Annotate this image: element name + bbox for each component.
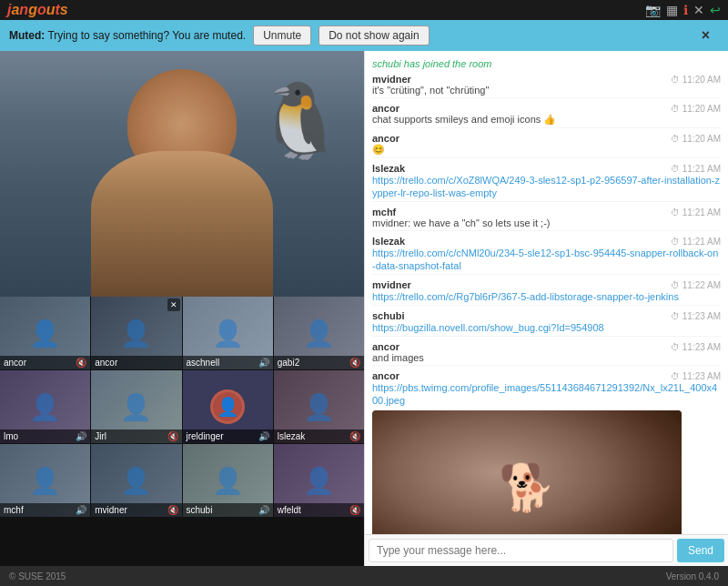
- pin-icon[interactable]: ✕: [693, 3, 704, 17]
- chat-input[interactable]: [369, 539, 673, 562]
- mute-icon-12: 🔇: [349, 505, 360, 515]
- chat-msg-9: ancor ⏱ 11:23 AM and images: [372, 339, 721, 366]
- thumb-label-ancor2: ancor: [91, 356, 181, 369]
- camera-icon[interactable]: 📷: [645, 3, 661, 17]
- thumb-wfeldt: 👤 wfeldt 🔇: [274, 444, 364, 517]
- mute-notification-bar: Muted: Trying to say something? You are …: [0, 20, 728, 51]
- thumb-ancor-1: 👤 ancor 🔇: [0, 297, 90, 369]
- grid-icon[interactable]: ▦: [666, 3, 678, 17]
- mute-icon-8: 🔇: [349, 431, 360, 441]
- unmute-button[interactable]: Unmute: [253, 25, 311, 45]
- thumb-aschnell: 👤 aschnell 🔊: [183, 297, 273, 369]
- thumb-lslezak: 👤 lslezak 🔇: [274, 370, 364, 443]
- unmute-icon-7: 🔊: [258, 431, 269, 441]
- thumb-ancor-2: 👤 ✕ ancor: [91, 297, 181, 369]
- exit-icon[interactable]: ↩: [710, 3, 721, 17]
- app-logo: jangouts: [7, 2, 68, 18]
- thumb-mvidner: 👤 mvidner 🔇: [91, 444, 181, 517]
- main-video: 🐧: [0, 51, 364, 297]
- penguin-decoration: 🐧: [255, 78, 346, 164]
- thumb-label-wfeldt: wfeldt 🔇: [274, 503, 364, 517]
- mute-icon-1: 🔇: [76, 358, 86, 368]
- chat-msg-8: schubi ⏱ 11:23 AM https://bugzilla.novel…: [372, 308, 721, 337]
- footer: © SUSE 2015 Version 0.4.0: [0, 566, 728, 586]
- chat-msg-2: ancor ⏱ 11:20 AM chat supports smileys a…: [372, 101, 721, 128]
- chat-msg-3: ancor ⏱ 11:20 AM 😊: [372, 131, 721, 158]
- info-icon[interactable]: ℹ: [683, 3, 688, 17]
- thumb-label-lmo: lmo 🔊: [0, 429, 90, 443]
- thumb-label-mchf: mchf 🔊: [0, 503, 90, 517]
- chat-panel: schubi has joined the room mvidner ⏱ 11:…: [364, 51, 728, 566]
- chat-link-3[interactable]: https://trello.com/c/Rg7bl6rP/367-5-add-…: [372, 291, 679, 302]
- chat-messages: schubi has joined the room mvidner ⏱ 11:…: [365, 51, 728, 534]
- window-controls: 📷 ▦ ℹ ✕ ↩: [645, 3, 721, 17]
- mute-bar-close[interactable]: ×: [693, 25, 719, 46]
- unmute-icon-3: 🔊: [258, 358, 269, 368]
- chat-msg-1: mvidner ⏱ 11:20 AM it's "crüting", not "…: [372, 72, 721, 98]
- thumb-label-ancor1: ancor 🔇: [0, 356, 90, 369]
- mute-icon-10: 🔇: [167, 505, 178, 515]
- mute-icon-6: 🔇: [167, 431, 178, 441]
- thumb-jirl: 👤 Jirl 🔇: [91, 370, 181, 443]
- thumb-lmo: 👤 lmo 🔊: [0, 370, 90, 443]
- unmute-icon-11: 🔊: [258, 505, 269, 515]
- chat-input-area: Send: [365, 534, 728, 566]
- chat-msg-10: ancor ⏱ 11:23 AM https://pbs.twimg.com/p…: [372, 369, 721, 534]
- thumb-label-aschnell: aschnell 🔊: [183, 356, 273, 369]
- thumb-label-jreldinger: jreldinger 🔊: [183, 429, 273, 443]
- copyright-text: © SUSE 2015: [9, 571, 66, 581]
- chat-link-1[interactable]: https://trello.com/c/XoZ8lWQA/249-3-sles…: [372, 175, 720, 198]
- thumb-label-schubi: schubi 🔊: [183, 503, 273, 517]
- chat-msg-4: lslezak ⏱ 11:21 AM https://trello.com/c/…: [372, 161, 721, 202]
- version-text: Version 0.4.0: [666, 571, 719, 581]
- thumbnail-grid: 👤 ancor 🔇 👤 ✕ ancor 👤: [0, 297, 364, 566]
- dismiss-button[interactable]: Do not show again: [318, 25, 429, 45]
- thumb-label-gabi2: gabi2 🔇: [274, 356, 364, 369]
- chat-link-2[interactable]: https://trello.com/c/cNMl20u/234-5-sle12…: [372, 248, 718, 271]
- chat-link-4[interactable]: https://bugzilla.novell.com/show_bug.cgi…: [372, 322, 604, 333]
- titlebar: jangouts 📷 ▦ ℹ ✕ ↩: [0, 0, 728, 20]
- thumb-close-ancor2[interactable]: ✕: [167, 298, 180, 311]
- video-panel: 🐧 👤 ancor 🔇 👤 ✕ ancor: [0, 51, 364, 566]
- unmute-icon-5: 🔊: [76, 431, 86, 441]
- chat-system-msg: schubi has joined the room: [372, 58, 721, 69]
- main-content: 🐧 👤 ancor 🔇 👤 ✕ ancor: [0, 51, 728, 566]
- thumb-jreldinger: 👤 jreldinger 🔊: [183, 370, 273, 443]
- unmute-icon-9: 🔊: [76, 505, 86, 515]
- mute-label: Muted: Trying to say something? You are …: [9, 29, 246, 42]
- thumb-gabi2: 👤 gabi2 🔇: [274, 297, 364, 369]
- thumb-label-jirl: Jirl 🔇: [91, 429, 181, 443]
- thumb-label-lslezak: lslezak 🔇: [274, 429, 364, 443]
- chat-msg-7: mvidner ⏱ 11:22 AM https://trello.com/c/…: [372, 278, 721, 306]
- thumb-schubi: 👤 schubi 🔊: [183, 444, 273, 517]
- chat-link-5[interactable]: https://pbs.twimg.com/profile_images/551…: [372, 382, 717, 406]
- chat-msg-6: lslezak ⏱ 11:21 AM https://trello.com/c/…: [372, 234, 721, 275]
- thumb-label-mvidner: mvidner 🔇: [91, 503, 181, 517]
- mute-icon-4: 🔇: [349, 358, 360, 368]
- send-button[interactable]: Send: [677, 539, 724, 562]
- chat-image-dog: 🐕: [372, 410, 721, 534]
- chat-msg-5: mchf ⏱ 11:21 AM mvidner: we have a "ch" …: [372, 205, 721, 231]
- thumb-mchf: 👤 mchf 🔊: [0, 444, 90, 517]
